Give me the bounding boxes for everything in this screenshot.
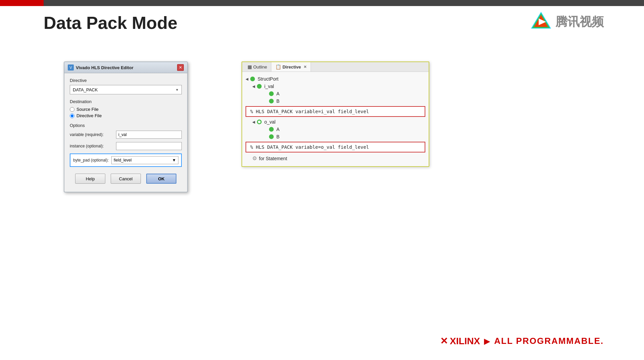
- xilinx-logo: ✕ XILINX: [440, 335, 480, 347]
- i-val-b-icon: [269, 99, 274, 103]
- destination-label: Destination: [70, 99, 182, 104]
- for-statement-item: ⚙ for Statement: [242, 154, 429, 163]
- dialog-buttons: Help Cancel OK: [70, 174, 182, 187]
- cancel-button[interactable]: Cancel: [111, 174, 141, 184]
- xilinx-tagline: ALL PROGRAMMABLE.: [494, 336, 604, 346]
- o-val-a-item: A: [242, 126, 429, 133]
- o-val-a-icon: [269, 127, 274, 132]
- directive-tab-icon: 📋: [275, 64, 281, 70]
- i-val-label: i_val: [264, 84, 274, 89]
- instance-label: instance (optional):: [70, 144, 113, 148]
- source-file-radio-item: Source File: [70, 107, 182, 112]
- o-val-b-item: B: [242, 133, 429, 140]
- destination-radio-group: Source File Directive File: [70, 107, 182, 118]
- i-val-b-item: B: [242, 97, 429, 105]
- logo-text: 腾讯视频: [555, 14, 604, 30]
- dialog-close-button[interactable]: ✕: [177, 64, 184, 71]
- struct-port-collapse-arrow[interactable]: ◀: [246, 77, 248, 81]
- page-title: Data Pack Mode: [44, 13, 177, 33]
- ok-button[interactable]: OK: [146, 174, 176, 184]
- o-val-collapse-arrow[interactable]: ◀: [252, 120, 255, 124]
- outline-tab[interactable]: ▦ Outline: [244, 62, 271, 72]
- xilinx-symbol: ✕: [440, 335, 448, 347]
- i-val-directive-text: % HLS DATA_PACK variable=i_val field_lev…: [250, 109, 369, 114]
- directive-label: Directive: [70, 78, 182, 83]
- help-button[interactable]: Help: [75, 174, 105, 184]
- o-val-b-label: B: [276, 134, 279, 139]
- directive-tab-label: Directive: [282, 64, 301, 70]
- directive-editor-dialog: V Vivado HLS Directive Editor ✕ Directiv…: [64, 61, 188, 192]
- directive-tab[interactable]: 📋 Directive ✕: [271, 62, 311, 72]
- directive-dropdown-arrow: ▼: [175, 88, 179, 92]
- i-val-a-icon: [269, 91, 274, 96]
- dialog-titlebar: V Vivado HLS Directive Editor ✕: [64, 62, 187, 73]
- top-bar-red-section: [0, 0, 44, 6]
- directive-dropdown[interactable]: DATA_PACK ▼: [70, 85, 182, 94]
- o-val-a-label: A: [276, 127, 279, 132]
- i-val-directive-box: % HLS DATA_PACK variable=i_val field_lev…: [246, 106, 425, 117]
- instance-input[interactable]: [116, 142, 182, 150]
- i-val-a-item: A: [242, 90, 429, 97]
- outline-tab-label: Outline: [253, 64, 267, 70]
- bytepad-label: byte_pad (optional):: [73, 158, 109, 163]
- instance-row: instance (optional):: [70, 142, 182, 150]
- dialog-title-left: V Vivado HLS Directive Editor: [68, 64, 133, 71]
- o-val-directive-text: % HLS DATA_PACK variable=o_val field_lev…: [250, 144, 369, 150]
- dialog-body: Directive DATA_PACK ▼ Destination Source…: [64, 73, 187, 192]
- source-file-radio[interactable]: [70, 107, 74, 112]
- bytepad-value: field_level: [114, 158, 131, 163]
- tencent-logo-icon: [529, 10, 553, 34]
- i-val-item: ◀ i_val: [242, 83, 429, 90]
- dialog-app-icon: V: [68, 64, 74, 71]
- o-val-item: ◀ o_val: [242, 118, 429, 126]
- options-label: Options: [70, 123, 182, 128]
- i-val-collapse-arrow[interactable]: ◀: [252, 84, 255, 89]
- i-val-b-label: B: [276, 98, 279, 104]
- directive-tab-close[interactable]: ✕: [304, 65, 307, 69]
- variable-label: variable (required):: [70, 132, 113, 137]
- for-statement-icon: ⚙: [252, 155, 257, 162]
- for-statement-label: for Statement: [259, 156, 287, 161]
- struct-port-label: StructPort: [258, 76, 278, 82]
- struct-port-item: ◀ StructPort: [242, 75, 429, 83]
- o-val-label: o_val: [264, 119, 275, 125]
- directive-dropdown-value: DATA_PACK: [73, 87, 98, 92]
- xilinx-arrow: ▶: [484, 336, 490, 346]
- xilinx-brand: ✕ XILINX ▶ ALL PROGRAMMABLE.: [440, 335, 604, 347]
- o-val-directive-box: % HLS DATA_PACK variable=o_val field_lev…: [246, 142, 425, 152]
- logo-area: 腾讯视频: [529, 10, 604, 34]
- source-file-label: Source File: [76, 107, 99, 112]
- bytepad-row: byte_pad (optional): field_level ▼: [70, 153, 182, 167]
- outline-directive-panel: ▦ Outline 📋 Directive ✕ ◀ StructPort ◀ i…: [241, 61, 429, 167]
- bytepad-arrow: ▼: [172, 158, 176, 163]
- panel-tabs: ▦ Outline 📋 Directive ✕: [242, 62, 429, 72]
- i-val-icon: [257, 84, 262, 89]
- i-val-a-label: A: [276, 91, 279, 96]
- variable-row: variable (required):: [70, 131, 182, 139]
- xilinx-name: XILINX: [450, 336, 480, 347]
- dialog-title-text: Vivado HLS Directive Editor: [76, 65, 133, 70]
- panel-body: ◀ StructPort ◀ i_val A B % HLS DATA_PACK…: [242, 72, 429, 166]
- o-val-b-icon: [269, 134, 274, 139]
- struct-port-icon: [250, 77, 255, 81]
- variable-input[interactable]: [116, 131, 182, 139]
- outline-tab-icon: ▦: [248, 64, 252, 70]
- top-bar: [0, 0, 644, 6]
- directive-file-radio-item: Directive File: [70, 113, 182, 118]
- o-val-icon: [257, 120, 262, 124]
- directive-file-radio[interactable]: [70, 114, 74, 118]
- directive-file-label: Directive File: [76, 113, 102, 118]
- bytepad-dropdown[interactable]: field_level ▼: [111, 156, 178, 164]
